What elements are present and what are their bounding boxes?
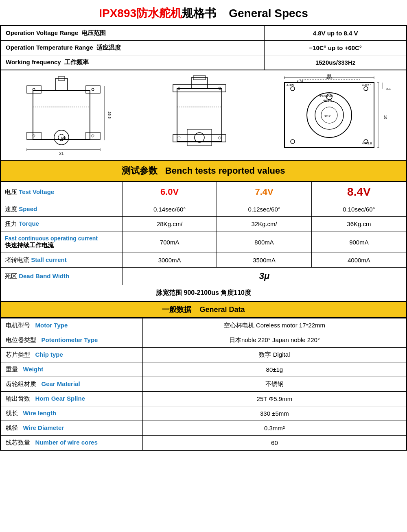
- gen-row-value: 数字 Digital: [142, 348, 407, 362]
- svg-text:Φ12: Φ12: [324, 114, 331, 118]
- specs-row: Operation Voltage Range 电压范围 4.8V up to …: [0, 26, 407, 41]
- servo-front-svg: [171, 74, 236, 156]
- svg-text:4-Φ3.8: 4-Φ3.8: [362, 142, 372, 145]
- general-data-header: 一般数据 General Data: [0, 302, 407, 318]
- gen-header-zh: 一般数据: [162, 305, 191, 314]
- gen-data-row: 齿轮组材质 Gear Material 不锈钢: [0, 377, 407, 392]
- specs-value: 4.8V up to 8.4 V: [265, 26, 407, 41]
- bench-data-row: Fast continuous operating current快速持续工作电…: [0, 231, 407, 253]
- svg-text:2.1: 2.1: [386, 87, 391, 91]
- pulse-range-row: 脉宽范围 900-2100us 角度110度: [0, 285, 407, 302]
- gen-row-value: 60: [142, 436, 407, 451]
- svg-point-26: [178, 137, 180, 139]
- bench-table: 电压 Test Voltage 6.0V 7.4V 8.4V 速度 Speed …: [0, 182, 407, 302]
- svg-point-34: [291, 87, 295, 91]
- gen-data-row: 重量 Weight 80±1g: [0, 362, 407, 377]
- diagram-section: 21 26.5 M8: [0, 70, 407, 161]
- gen-data-row: 线径 Wire Diameter 0.3mm²: [0, 421, 407, 436]
- svg-point-35: [364, 87, 368, 91]
- gen-row-value: 0.3mm²: [142, 421, 407, 436]
- bench-cell: 32Kg.cm/: [217, 217, 311, 231]
- bench-cell: 0.12sec/60°: [217, 202, 311, 217]
- gen-header-en: General Data: [199, 305, 245, 314]
- gen-row-value: 25T Φ5.9mm: [142, 392, 407, 406]
- bench-title-en: Bench tests reported values: [165, 166, 285, 176]
- svg-rect-2: [86, 86, 100, 93]
- svg-text:4-Φ2.1: 4-Φ2.1: [362, 83, 372, 87]
- svg-text:40.5: 40.5: [326, 76, 333, 80]
- gen-row-label: 重量 Weight: [0, 362, 142, 377]
- gen-row-label: 输出齿数 Horn Gear Spline: [0, 392, 142, 406]
- bench-cell: 900mA: [311, 231, 407, 253]
- svg-point-27: [219, 137, 221, 139]
- svg-text:21: 21: [59, 151, 64, 156]
- svg-rect-23: [173, 135, 226, 142]
- specs-label: Operation Temperature Range 适应温度: [0, 41, 265, 55]
- bench-row-label: 速度 Speed: [0, 202, 122, 217]
- gen-row-label: 线长 Wire length: [0, 406, 142, 421]
- gen-data-row: 芯片类型 Chip type 数字 Digital: [0, 348, 407, 362]
- svg-point-36: [291, 140, 295, 144]
- main-title: IPX893防水舵机规格书 General Specs: [0, 0, 407, 25]
- svg-rect-4: [86, 132, 100, 140]
- bench-section-header: 测试参数 Bench tests reported values: [0, 161, 407, 182]
- svg-text:Φ5.94*25T: Φ5.94*25T: [319, 94, 335, 98]
- svg-rect-1: [27, 86, 41, 93]
- svg-point-8: [92, 135, 94, 137]
- gen-row-label: 齿轮组材质 Gear Material: [0, 377, 142, 392]
- gen-data-row: 电机型号 Motor Type 空心杯电机 Coreless motor 17*…: [0, 318, 407, 333]
- specs-row: Operation Temperature Range 适应温度 −10C° u…: [0, 41, 407, 55]
- bench-row-label: 扭力 Torque: [0, 217, 122, 231]
- gen-row-value: 330 ±5mm: [142, 406, 407, 421]
- specs-label: Working frequency 工作频率: [0, 55, 265, 70]
- svg-rect-3: [27, 132, 41, 140]
- bench-fast-current-label: Fast continuous operating current快速持续工作电…: [0, 231, 122, 253]
- gen-row-label: 线芯数量 Number of wire cores: [0, 436, 142, 451]
- bench-data-row: 速度 Speed 0.14sec/60° 0.12sec/60° 0.10sec…: [0, 202, 407, 217]
- bench-row-label: 堵转电流 Stall current: [0, 253, 122, 268]
- bench-data-row: 扭力 Torque 28Kg.cm/ 32Kg.cm/ 36Kg.cm: [0, 217, 407, 231]
- title-en: General Specs: [229, 7, 308, 20]
- specs-row: Working frequency 工作频率 1520us/333Hz: [0, 55, 407, 70]
- svg-text:M8: M8: [61, 136, 66, 140]
- bench-voltage-label: 电压 Test Voltage: [0, 182, 122, 202]
- gen-row-label: 电机型号 Motor Type: [0, 318, 142, 333]
- bench-deadband-label: 死区 Dead Band Width: [0, 268, 122, 285]
- bench-data-row: 堵转电流 Stall current 3000mA 3500mA 4000mA: [0, 253, 407, 268]
- specs-value: 1520us/333Hz: [265, 55, 407, 70]
- specs-label: Operation Voltage Range 电压范围: [0, 26, 265, 41]
- bench-cell: 28Kg.cm/: [122, 217, 217, 231]
- bench-header-row: 电压 Test Voltage 6.0V 7.4V 8.4V: [0, 182, 407, 202]
- gen-row-value: 空心杯电机 Coreless motor 17*22mm: [142, 318, 407, 333]
- bench-cell: 0.14sec/60°: [122, 202, 217, 217]
- svg-point-6: [92, 88, 94, 91]
- svg-text:Φ13.5: Φ13.5: [323, 99, 333, 102]
- gen-row-value: 80±1g: [142, 362, 407, 377]
- bench-v74: 7.4V: [217, 182, 311, 202]
- bench-cell: 800mA: [217, 231, 311, 253]
- svg-text:4-Φ5: 4-Φ5: [287, 83, 294, 87]
- bench-v60: 6.0V: [122, 182, 217, 202]
- gen-row-label: 电位器类型 Potentiometer Type: [0, 333, 142, 348]
- svg-rect-31: [187, 129, 212, 146]
- specs-table: Operation Voltage Range 电压范围 4.8V up to …: [0, 25, 407, 70]
- bench-cell: 36Kg.cm: [311, 217, 407, 231]
- gen-data-row: 电位器类型 Potentiometer Type 日本noble 220° Ja…: [0, 333, 407, 348]
- bench-cell: 3500mA: [217, 253, 311, 268]
- bench-title-zh: 测试参数: [122, 166, 158, 176]
- title-red: IPX893防水舵机: [99, 7, 182, 20]
- general-data-table: 电机型号 Motor Type 空心杯电机 Coreless motor 17*…: [0, 318, 407, 451]
- bench-cell: 3000mA: [122, 253, 217, 268]
- title-black: 规格书: [182, 7, 216, 20]
- pulse-range-text: 脉宽范围 900-2100us 角度110度: [0, 285, 407, 302]
- servo-side-svg: 21 26.5 M8: [25, 74, 114, 156]
- gen-data-row: 线长 Wire length 330 ±5mm: [0, 406, 407, 421]
- svg-text:9.73: 9.73: [297, 79, 303, 83]
- specs-value: −10C° up to +60C°: [265, 41, 407, 55]
- svg-text:26.5: 26.5: [107, 111, 112, 119]
- svg-text:10: 10: [383, 115, 387, 119]
- svg-rect-21: [177, 89, 222, 142]
- gen-data-row: 线芯数量 Number of wire cores 60: [0, 436, 407, 451]
- gen-row-label: 线径 Wire Diameter: [0, 421, 142, 436]
- bench-deadband-value: 3μ: [122, 268, 407, 285]
